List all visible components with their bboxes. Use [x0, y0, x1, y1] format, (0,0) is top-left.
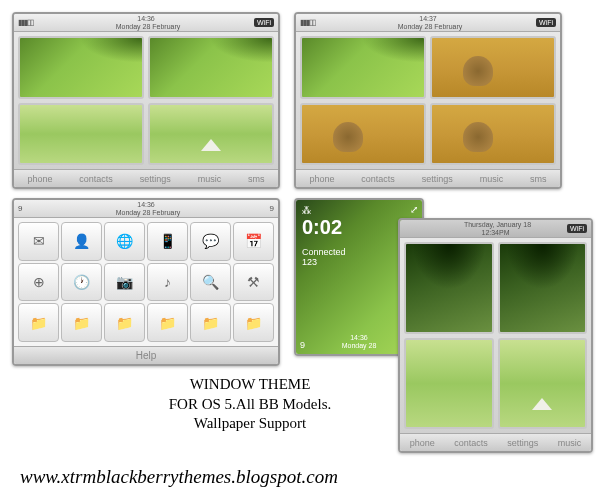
dock-music[interactable]: music — [558, 438, 582, 448]
theme-title: WINDOW THEME FOR OS 5.All BB Models. Wal… — [110, 375, 390, 434]
wifi-badge: WiFi — [536, 18, 556, 27]
pane-bottom-left — [18, 103, 144, 166]
title-line1: WINDOW THEME — [110, 375, 390, 395]
pane-top-right — [148, 36, 274, 99]
dock-phone[interactable]: phone — [410, 438, 435, 448]
folder5-icon[interactable]: 📁 — [190, 303, 231, 342]
dock-settings[interactable]: settings — [507, 438, 538, 448]
right-num: 9 — [270, 204, 274, 213]
signal-icon: ▮▮▮▯▯ — [300, 18, 315, 27]
bb-icon: ⁂ — [302, 206, 416, 216]
date: Thursday, January 18 — [464, 221, 531, 229]
dock: phone contacts settings music — [400, 433, 591, 451]
dock-sms[interactable]: sms — [530, 174, 547, 184]
pane-top-right — [430, 36, 556, 99]
folder1-icon[interactable]: 📁 — [18, 303, 59, 342]
folder4-icon[interactable]: 📁 — [147, 303, 188, 342]
date: Monday 28 February — [116, 23, 181, 31]
status-bar: 9 14:36 Monday 28 February 9 — [14, 200, 278, 218]
dock-contacts[interactable]: contacts — [79, 174, 113, 184]
dock-contacts[interactable]: contacts — [361, 174, 395, 184]
folder6-icon[interactable]: 📁 — [233, 303, 274, 342]
dock: phone contacts settings music sms — [14, 169, 278, 187]
camera-icon[interactable]: 📷 — [104, 263, 145, 302]
dock-contacts[interactable]: contacts — [454, 438, 488, 448]
wifi-badge: WiFi — [567, 224, 587, 233]
messages-icon[interactable]: ✉ — [18, 222, 59, 261]
dock-settings[interactable]: settings — [422, 174, 453, 184]
clock: 14:37 — [394, 15, 463, 23]
website-url: www.xtrmblackberrythemes.blogspot.com — [20, 466, 338, 488]
notif-count: 9 — [300, 340, 305, 350]
dock-settings[interactable]: settings — [140, 174, 171, 184]
help-label: Help — [136, 350, 157, 361]
help-bar[interactable]: Help — [14, 346, 278, 364]
pane-top-left — [18, 36, 144, 99]
calendar-icon[interactable]: 📅 — [233, 222, 274, 261]
chat-icon[interactable]: 💬 — [190, 222, 231, 261]
dock: phone contacts settings music sms — [296, 169, 560, 187]
screenshot-1: ▮▮▮▯▯ 14:36 Monday 28 February WiFi phon… — [12, 12, 280, 189]
phone-icon[interactable]: 📱 — [147, 222, 188, 261]
clock: 14:36 — [112, 201, 181, 209]
dock-sms[interactable]: sms — [248, 174, 265, 184]
contacts-icon[interactable]: 👤 — [61, 222, 102, 261]
app-grid: ✉ 👤 🌐 📱 💬 📅 ⊕ 🕐 📷 ♪ 🔍 ⚒ 📁 📁 📁 📁 📁 📁 — [14, 218, 278, 346]
window-panes — [296, 32, 560, 169]
pane-bottom-right — [148, 103, 274, 166]
screenshot-3: 9 14:36 Monday 28 February 9 ✉ 👤 🌐 📱 💬 📅… — [12, 198, 280, 366]
status-bar: Thursday, January 18 12:34PM WiFi — [400, 220, 591, 238]
left-num: 9 — [18, 204, 22, 213]
window-panes — [14, 32, 278, 169]
pane-bottom-right — [498, 338, 588, 430]
title-line3: Wallpaper Support — [110, 414, 390, 434]
title-line2: FOR OS 5.All BB Models. — [110, 395, 390, 415]
dock-music[interactable]: music — [198, 174, 222, 184]
clock-icon[interactable]: 🕐 — [61, 263, 102, 302]
dock-phone[interactable]: phone — [27, 174, 52, 184]
wifi-badge: WiFi — [254, 18, 274, 27]
expand-icon[interactable]: ⤢ — [410, 204, 418, 215]
dock-music[interactable]: music — [480, 174, 504, 184]
pane-bottom-right — [430, 103, 556, 166]
date: Monday 28 February — [116, 209, 181, 217]
screenshot-5: Thursday, January 18 12:34PM WiFi phone … — [398, 218, 593, 453]
date: Monday 28 February — [398, 23, 463, 31]
pane-bottom-left — [300, 103, 426, 166]
lock-date: 14:36 Monday 28 — [342, 334, 377, 350]
tools-icon[interactable]: ⚒ — [233, 263, 274, 302]
pane-top-right — [498, 242, 588, 334]
pane-bottom-left — [404, 338, 494, 430]
dock-phone[interactable]: phone — [309, 174, 334, 184]
window-panes — [400, 238, 591, 433]
status-bar: ▮▮▮▯▯ 14:37 Monday 28 February WiFi — [296, 14, 560, 32]
status-bar: ▮▮▮▯▯ 14:36 Monday 28 February WiFi — [14, 14, 278, 32]
screenshot-2: ▮▮▮▯▯ 14:37 Monday 28 February WiFi phon… — [294, 12, 562, 189]
search-icon[interactable]: 🔍 — [190, 263, 231, 302]
clock: 14:36 — [112, 15, 181, 23]
music-icon[interactable]: ♪ — [147, 263, 188, 302]
folder2-icon[interactable]: 📁 — [61, 303, 102, 342]
signal-icon: ▮▮▮▯▯ — [18, 18, 33, 27]
pane-top-left — [404, 242, 494, 334]
pane-top-left — [300, 36, 426, 99]
compass-icon[interactable]: ⊕ — [18, 263, 59, 302]
browser-icon[interactable]: 🌐 — [104, 222, 145, 261]
clock: 12:34PM — [460, 229, 531, 237]
folder3-icon[interactable]: 📁 — [104, 303, 145, 342]
